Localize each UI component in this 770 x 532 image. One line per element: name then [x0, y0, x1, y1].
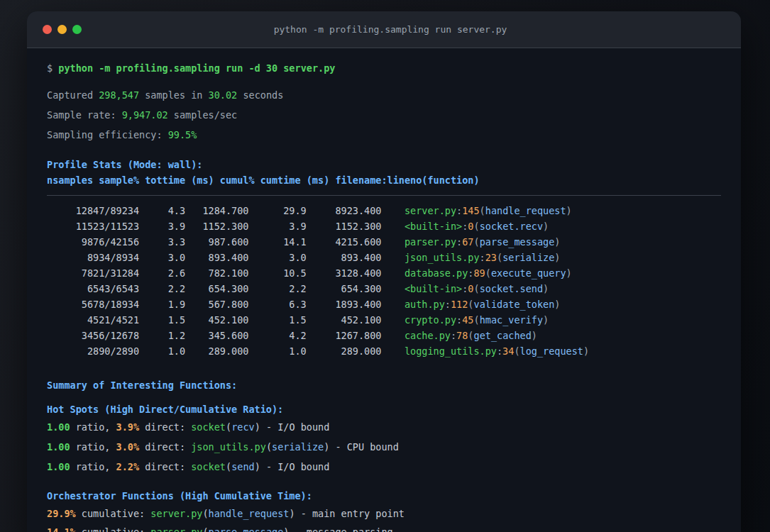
text-segment: 298,547: [99, 89, 139, 101]
text-segment: Sample rate:: [47, 109, 122, 121]
ratio-value: 1.00: [47, 441, 70, 453]
filename: auth.py: [405, 299, 445, 310]
punctuation: (: [468, 330, 473, 341]
filename: <built-in>: [405, 221, 462, 232]
function-name: validate_token: [474, 299, 555, 310]
function-name: socket.recv: [480, 221, 543, 232]
hot-spots-heading: Hot Spots (High Direct/Cumulative Ratio)…: [47, 401, 721, 417]
text-segment: ratio,: [70, 461, 116, 472]
punctuation: ): [554, 236, 560, 248]
hot-spots-list: 1.00 ratio, 3.9% direct: socket(recv) - …: [47, 419, 721, 475]
row-metrics: 8934/8934 3.0 893.400 3.0 893.400: [47, 252, 405, 263]
text-segment: Sampling efficiency:: [47, 129, 168, 140]
function-name: parse_message: [480, 236, 555, 248]
punctuation: ): [543, 314, 549, 326]
punctuation: ): [543, 283, 549, 294]
text-segment: direct:: [139, 461, 191, 472]
bound-note: - I/O bound: [260, 421, 330, 433]
text-segment: ratio,: [70, 421, 116, 433]
window-title: python -m profiling.sampling run server.…: [82, 24, 699, 35]
punctuation: :: [445, 299, 451, 310]
bound-note: - I/O bound: [260, 461, 330, 472]
punctuation: (: [473, 283, 479, 294]
punctuation: ): [532, 330, 537, 341]
hot-spot-line: 1.00 ratio, 3.9% direct: socket(recv) - …: [47, 419, 721, 435]
text-segment: 9,947.02: [122, 109, 168, 121]
orchestrator-heading: Orchestrator Functions (High Cumulative …: [47, 488, 721, 504]
function-name: handle_request: [485, 205, 566, 216]
line-number: 23: [485, 252, 497, 263]
function-name: handle_request: [209, 508, 290, 519]
punctuation: ): [566, 205, 572, 216]
cumulative-percent: 29.9%: [47, 508, 76, 519]
profile-table-row: 12847/89234 4.3 1284.700 29.9 8923.400 s…: [47, 203, 721, 218]
function-name: send: [231, 461, 255, 472]
profile-stats-heading: Profile Stats (Mode: wall):: [47, 157, 721, 172]
orchestrator-list: 29.9% cumulative: server.py(handle_reque…: [47, 506, 721, 532]
row-metrics: 5678/18934 1.9 567.800 6.3 1893.400: [47, 299, 405, 310]
line-number: 89: [473, 267, 485, 279]
punctuation: (: [473, 236, 479, 248]
line-number: 45: [462, 314, 473, 326]
hot-spot-line: 1.00 ratio, 2.2% direct: socket(send) - …: [47, 459, 721, 475]
function-name: log_request: [520, 345, 583, 357]
profile-table-row: 7821/31284 2.6 782.100 10.5 3128.400 dat…: [47, 265, 721, 281]
text-segment: 30.02: [209, 89, 238, 101]
minimize-button[interactable]: [57, 25, 67, 34]
punctuation: ): [583, 345, 589, 357]
punctuation: ): [566, 267, 572, 279]
command-line: $ python -m profiling.sampling run -d 30…: [47, 60, 721, 76]
text-segment: samples/sec: [168, 109, 238, 121]
bound-note: - CPU bound: [329, 441, 399, 453]
punctuation: (: [226, 461, 231, 472]
maximize-button[interactable]: [72, 25, 82, 34]
cumulative-percent: 14.1%: [47, 526, 76, 532]
module-name: parser.py: [150, 526, 202, 532]
function-name: hmac_verify: [480, 314, 543, 326]
punctuation: :: [497, 345, 502, 357]
role-note: - message parsing: [289, 526, 392, 532]
traffic-lights: [43, 25, 82, 34]
filename: cache.py: [405, 330, 451, 341]
command-text: python -m profiling.sampling run -d 30 s…: [58, 62, 335, 74]
function-name: parse_message: [209, 526, 284, 532]
punctuation: ): [543, 221, 549, 232]
punctuation: ): [255, 461, 260, 472]
module-name: socket: [191, 461, 226, 472]
line-number: 112: [451, 299, 468, 310]
module-name: server.py: [150, 508, 202, 519]
punctuation: ): [554, 252, 560, 263]
profile-table-row: 2890/2890 1.0 289.000 1.0 289.000 loggin…: [47, 343, 721, 359]
orchestrator-line: 29.9% cumulative: server.py(handle_reque…: [47, 506, 721, 521]
punctuation: :: [480, 252, 485, 263]
profile-table-row: 9876/42156 3.3 987.600 14.1 4215.600 par…: [47, 234, 721, 250]
filename: parser.py: [405, 236, 456, 248]
profile-table-header: nsamples sample% tottime (ms) cumul% cum…: [47, 172, 721, 188]
profile-table-row: 8934/8934 3.0 893.400 3.0 893.400 json_u…: [47, 250, 721, 265]
line-number: 34: [502, 345, 514, 357]
profile-table-row: 3456/12678 1.2 345.600 4.2 1267.800 cach…: [47, 328, 721, 343]
module-name: json_utils.py: [191, 441, 266, 453]
function-name: recv: [231, 421, 255, 433]
profile-table-row: 6543/6543 2.2 654.300 2.2 654.300 <built…: [47, 281, 721, 297]
sample-rate-line: Sample rate: 9,947.02 samples/sec: [47, 107, 721, 123]
filename: server.py: [405, 205, 456, 216]
table-divider: [47, 195, 721, 196]
orchestrator-line: 14.1% cumulative: parser.py(parse_messag…: [47, 524, 721, 532]
ratio-value: 1.00: [47, 461, 70, 472]
terminal-content: $ python -m profiling.sampling run -d 30…: [27, 48, 741, 532]
text-segment: cumulative:: [76, 526, 151, 532]
punctuation: :: [456, 314, 462, 326]
row-metrics: 3456/12678 1.2 345.600 4.2 1267.800: [47, 330, 405, 341]
filename: database.py: [405, 267, 468, 279]
terminal-titlebar: python -m profiling.sampling run server.…: [27, 11, 741, 48]
close-button[interactable]: [43, 25, 52, 34]
function-name: socket.send: [480, 283, 543, 294]
row-metrics: 12847/89234 4.3 1284.700 29.9 8923.400: [47, 205, 405, 216]
text-segment: cumulative:: [76, 508, 151, 519]
punctuation: (: [468, 299, 473, 310]
punctuation: (: [266, 441, 272, 453]
sampling-efficiency-line: Sampling efficiency: 99.5%: [47, 127, 721, 143]
ratio-value: 1.00: [47, 421, 70, 433]
punctuation: :: [456, 205, 462, 216]
